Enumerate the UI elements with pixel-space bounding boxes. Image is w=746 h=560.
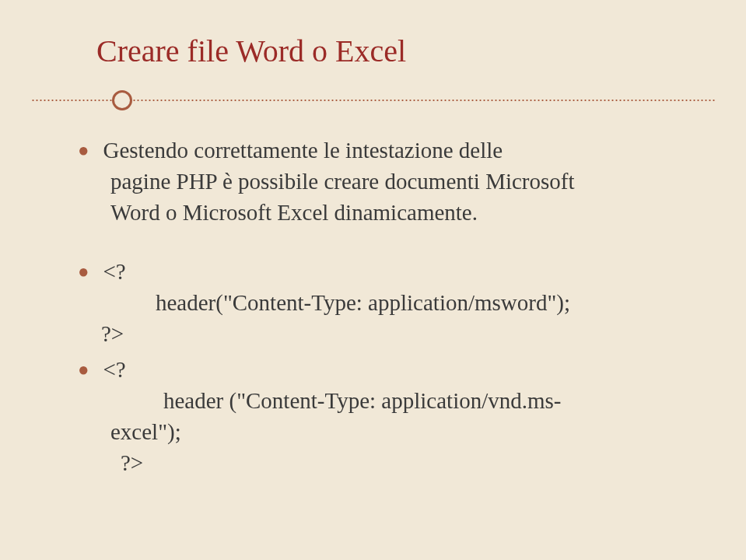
- code1-close: ?>: [78, 318, 684, 349]
- intro-line-3: Word o Microsoft Excel dinamicamente.: [78, 197, 684, 228]
- code-block-1: ● <? header("Content-Type: application/m…: [78, 256, 684, 349]
- code2-open: <?: [103, 354, 126, 385]
- intro-paragraph: ● Gestendo correttamente le intestazione…: [78, 135, 684, 228]
- slide-title: Creare file Word o Excel: [62, 33, 684, 69]
- slide-content: ● Gestendo correttamente le intestazione…: [62, 127, 684, 478]
- divider-line: [31, 100, 715, 101]
- intro-line-2: pagine PHP è possibile creare documenti …: [78, 166, 684, 197]
- title-divider: [31, 89, 715, 111]
- bullet-icon: ●: [78, 354, 89, 385]
- intro-line-1: Gestendo correttamente le intestazione d…: [103, 135, 503, 166]
- bullet-icon: ●: [78, 256, 89, 287]
- code2-body-line1: header ("Content-Type: application/vnd.m…: [78, 385, 684, 416]
- slide: Creare file Word o Excel ● Gestendo corr…: [0, 0, 746, 560]
- bullet-icon: ●: [78, 135, 89, 166]
- code1-open: <?: [103, 256, 126, 287]
- code2-close: ?>: [78, 447, 684, 478]
- code1-body: header("Content-Type: application/msword…: [78, 287, 684, 318]
- divider-circle-icon: [112, 90, 132, 110]
- code-block-2: ● <? header ("Content-Type: application/…: [78, 354, 684, 478]
- code2-body-line2: excel");: [78, 416, 684, 447]
